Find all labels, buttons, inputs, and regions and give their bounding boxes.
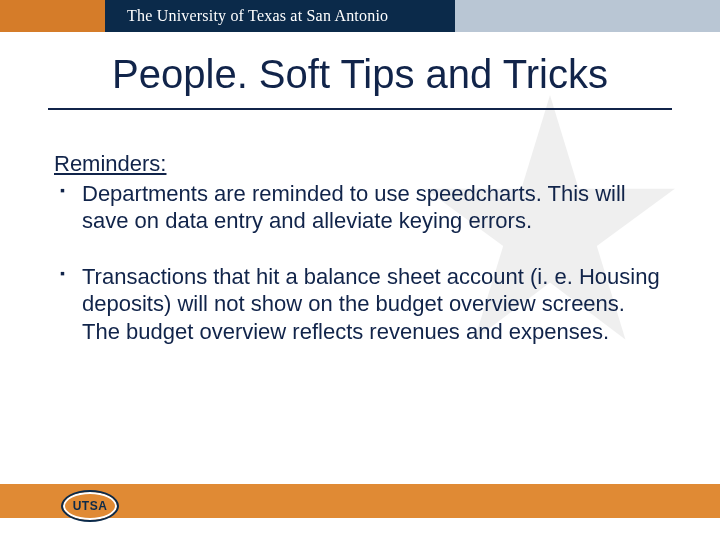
section-heading: Reminders:	[54, 150, 666, 178]
slide-title: People. Soft Tips and Tricks	[0, 52, 720, 97]
list-item: Departments are reminded to use speedcha…	[54, 180, 666, 235]
bullet-list: Departments are reminded to use speedcha…	[54, 180, 666, 346]
org-name: The University of Texas at San Antonio	[127, 7, 388, 25]
logo-oval: UTSA	[61, 490, 119, 522]
slide: The University of Texas at San Antonio P…	[0, 0, 720, 540]
list-item: Transactions that hit a balance sheet ac…	[54, 263, 666, 346]
header-title-band: The University of Texas at San Antonio	[105, 0, 455, 32]
slide-body: Reminders: Departments are reminded to u…	[54, 150, 666, 373]
logo-text: UTSA	[73, 499, 108, 513]
header-accent-orange	[0, 0, 105, 32]
logo: UTSA	[58, 486, 122, 526]
title-rule	[48, 108, 672, 110]
